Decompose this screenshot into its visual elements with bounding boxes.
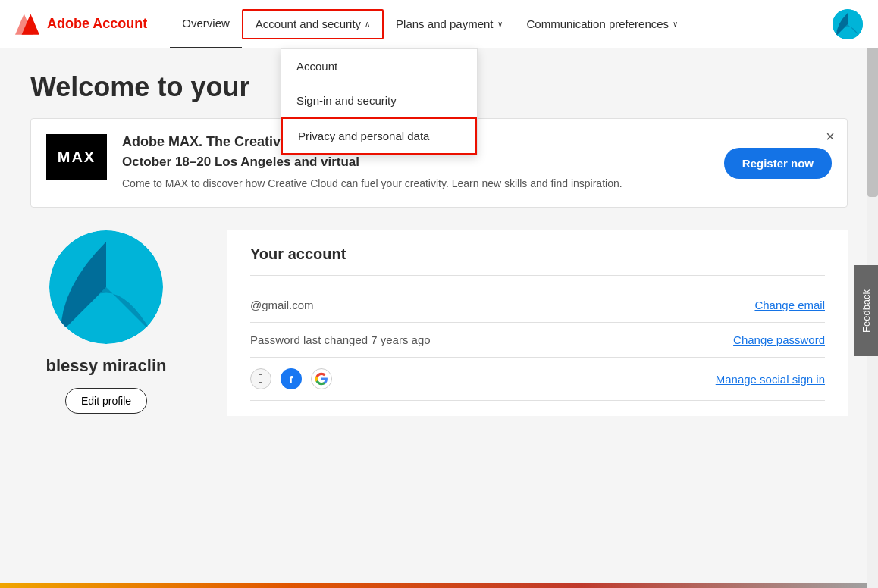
bottom-bar [0, 583, 867, 588]
nav-overview[interactable]: Overview [170, 0, 242, 48]
max-logo: MAX [46, 134, 107, 180]
main-nav: Overview Account and security ∧ Plans an… [170, 0, 833, 48]
apple-icon:  [250, 368, 271, 389]
profile-avatar [49, 230, 163, 344]
change-email-link[interactable]: Change email [754, 299, 825, 311]
feedback-tab[interactable]: Feedback [854, 265, 878, 356]
account-divider [250, 275, 825, 276]
email-value: @gmail.com [250, 299, 739, 311]
user-avatar[interactable] [833, 9, 863, 39]
profile-name: blessy miraclin [46, 356, 167, 376]
chevron-down-icon-comm: ∨ [673, 20, 678, 28]
register-now-button[interactable]: Register now [724, 148, 832, 179]
manage-social-link[interactable]: Manage social sign in [716, 373, 825, 386]
chevron-up-icon: ∧ [365, 20, 370, 28]
nav-plans-payment[interactable]: Plans and payment ∨ [384, 0, 514, 48]
max-logo-text: MAX [58, 149, 96, 166]
profile-section: blessy miraclin Edit profile Your accoun… [30, 230, 848, 416]
facebook-icon: f [281, 368, 302, 389]
chevron-down-icon: ∨ [497, 20, 503, 28]
brand-name: Adobe Account [47, 16, 147, 32]
nav-account-security[interactable]: Account and security ∧ [242, 9, 384, 39]
header: Adobe Account Overview Account and secur… [0, 0, 878, 48]
nav-communication[interactable]: Communication preferences ∨ [515, 0, 691, 48]
social-icons-group:  f [250, 368, 701, 389]
scrollbar-thumb[interactable] [867, 45, 878, 197]
email-row: @gmail.com Change email [250, 288, 825, 323]
account-section-title: Your account [250, 246, 825, 263]
adobe-logo-icon [15, 12, 39, 36]
account-info-panel: Your account @gmail.com Change email Pas… [227, 230, 848, 416]
account-security-dropdown: Account Sign-in and security Privacy and… [281, 48, 478, 155]
google-icon [311, 368, 332, 389]
dropdown-item-privacy[interactable]: Privacy and personal data [281, 117, 477, 155]
close-icon[interactable]: × [826, 128, 835, 145]
avatar-icon [833, 9, 863, 39]
change-password-link[interactable]: Change password [733, 333, 825, 346]
password-status: Password last changed 7 years ago [250, 333, 718, 346]
banner-subtitle: October 18–20 Los Angeles and virtual [122, 155, 709, 170]
banner-description: Come to MAX to discover how Creative Clo… [122, 176, 709, 192]
dropdown-item-account[interactable]: Account [281, 49, 477, 83]
adobe-logo-area[interactable]: Adobe Account [15, 12, 147, 36]
profile-avatar-image [49, 230, 163, 344]
edit-profile-button[interactable]: Edit profile [65, 388, 147, 414]
social-signin-row:  f Manage social sign in [250, 358, 825, 401]
profile-left: blessy miraclin Edit profile [30, 230, 182, 414]
dropdown-item-signin-security[interactable]: Sign-in and security [281, 83, 477, 117]
password-row: Password last changed 7 years ago Change… [250, 323, 825, 358]
